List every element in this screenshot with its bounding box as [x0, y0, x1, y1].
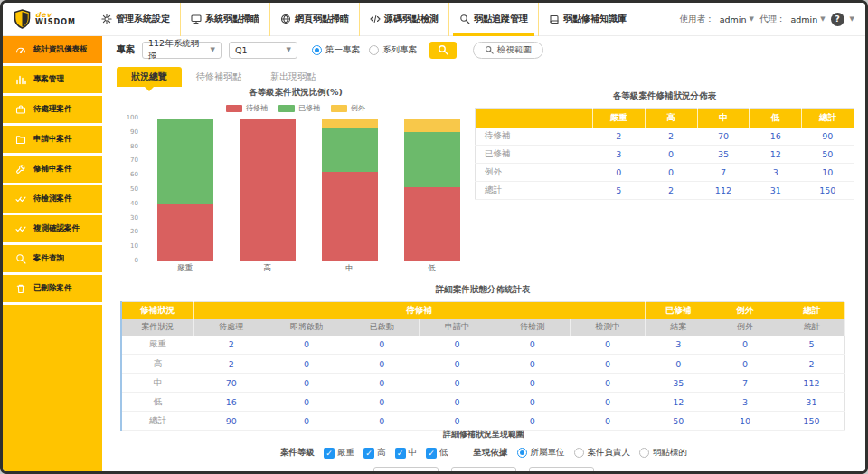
chevron-down-icon[interactable]: ▼ [850, 15, 854, 23]
detail-table: 修補狀況待修補已修補例外總計案件狀況待處理即將啟動已啟動申請中待檢測檢測中結案例… [120, 301, 845, 431]
bar-segment-已修補[interactable] [157, 118, 213, 204]
nav-item[interactable]: 弱點追蹤管理 [448, 3, 538, 36]
tab-active[interactable]: 狀況總覽 [117, 67, 182, 87]
bar-segment-已修補[interactable] [322, 128, 378, 172]
sidebar-item[interactable]: 專案管理 [3, 66, 102, 96]
sidebar-item[interactable]: 申請中案件 [3, 126, 102, 156]
footer-select-3[interactable] [529, 467, 594, 471]
help-button[interactable]: ? [831, 13, 844, 26]
summary-col-header: 高 [645, 109, 697, 128]
scope-button[interactable]: 檢視範圍 [473, 42, 543, 59]
sidebar-item-label: 案件查詢 [33, 253, 64, 264]
detail-group-header: 已修補 [646, 302, 712, 319]
nav-item[interactable]: 源碼弱點檢測 [359, 3, 448, 36]
bar-segment-待修補[interactable] [157, 204, 213, 261]
sidebar-item[interactable]: 修補中案件 [3, 156, 102, 185]
cell-value: 2 [778, 355, 845, 374]
main-content: 專案 112年系統弱掃 ▼ Q1 ▼ 第一專案系列專案 檢視範圍 [102, 36, 865, 471]
agent-dropdown[interactable]: admin ▼ [790, 14, 825, 24]
cell-value: 0 [344, 374, 420, 393]
basis-radio[interactable]: 案件負責人 [574, 447, 631, 459]
chart-legend: 待修補已修補例外 [118, 103, 473, 113]
cell-value: 3 [592, 146, 645, 164]
nav-item-label: 管理系統設定 [116, 13, 170, 25]
shield-logo-icon [14, 9, 31, 29]
tab-item[interactable]: 新出現弱點 [256, 67, 330, 87]
level-label: 案件等級 [280, 447, 315, 459]
detail-sub-header: 案件狀況 [121, 319, 193, 336]
sidebar-item[interactable]: 案件查詢 [3, 245, 102, 275]
chart-title: 各等級案件狀況比例(%) [118, 87, 473, 99]
checkbox-label: 中 [409, 447, 418, 459]
sidebar-item[interactable]: 複測確認案件 [3, 215, 102, 245]
cell-value: 90 [802, 128, 854, 146]
book-icon [549, 14, 560, 24]
table-row: 中7000000357112 [121, 374, 845, 393]
tab-item[interactable]: 待修補弱點 [182, 67, 256, 87]
search-button[interactable] [429, 42, 457, 59]
cell-value: 3 [712, 393, 778, 412]
bar-chart-icon [15, 74, 26, 85]
nav-item-label: 系統弱點掃瞄 [205, 13, 259, 25]
level-checkbox[interactable]: ✓低 [426, 447, 448, 459]
cell-value: 0 [420, 412, 495, 431]
cell-value: 0 [712, 336, 778, 355]
table-row: 總計90000005010150 [121, 412, 845, 431]
cell-value: 112 [697, 182, 750, 200]
bar-segment-例外[interactable] [404, 118, 460, 132]
cell-value: 5 [592, 182, 645, 200]
cell-value: 0 [420, 374, 495, 393]
cell-value: 16 [750, 128, 802, 146]
y-axis-tick: 10 [118, 242, 138, 250]
checkbox-label: 嚴重 [337, 447, 354, 459]
bar-segment-例外[interactable] [322, 118, 378, 128]
level-checkbox[interactable]: ✓中 [395, 447, 418, 459]
cell-value: 0 [645, 146, 697, 164]
nav-item[interactable]: 網頁弱點掃瞄 [269, 3, 359, 36]
cell-value: 5 [778, 336, 845, 355]
sidebar-item[interactable]: 待處理案件 [3, 96, 102, 126]
summary-col-header: 低 [750, 109, 802, 128]
cell-value: 0 [570, 374, 645, 393]
bar-segment-待修補[interactable] [404, 187, 460, 261]
cell-value: 10 [802, 164, 854, 182]
table-row: 待修補22701690 [476, 128, 854, 146]
checkbox-label: 低 [439, 447, 448, 459]
detail-table-title: 詳細案件狀態分佈統計表 [120, 284, 845, 296]
bar-segment-已修補[interactable] [404, 132, 460, 187]
checkbox-icon: ✓ [395, 448, 406, 459]
table-row: 已修補30351250 [476, 146, 854, 164]
cell-value: 0 [269, 412, 344, 431]
cell-value: 12 [750, 146, 802, 164]
nav-item[interactable]: 管理系統設定 [91, 3, 180, 36]
detail-group-header: 例外 [712, 302, 778, 319]
chevron-down-icon: ▼ [820, 15, 825, 23]
nav-item[interactable]: 弱點修補知識庫 [538, 3, 637, 36]
legend-label: 已修補 [298, 103, 320, 113]
sidebar-item[interactable]: 待檢測案件 [3, 185, 102, 215]
project-type-radio[interactable]: 系列專案 [369, 44, 417, 56]
sidebar-item[interactable]: 已刪除案件 [3, 275, 102, 305]
bar-segment-待修補[interactable] [322, 172, 378, 261]
cell-value: 0 [420, 393, 495, 412]
nav-item[interactable]: 系統弱點掃瞄 [180, 3, 269, 36]
project-type-radio[interactable]: 第一專案 [312, 44, 360, 56]
footer-select-2[interactable] [451, 467, 516, 471]
bar-高: 高 [240, 118, 296, 261]
level-checkbox[interactable]: ✓嚴重 [324, 447, 354, 459]
sidebar: 統計資訊儀表板專案管理待處理案件申請中案件修補中案件待檢測案件複測確認案件案件查… [3, 36, 102, 471]
sidebar-item[interactable]: 統計資訊儀表板 [3, 36, 102, 66]
basis-radio[interactable]: 所屬單位 [517, 447, 565, 459]
legend-item: 待修補 [226, 103, 268, 113]
cell-value: 0 [269, 336, 344, 355]
basis-radio[interactable]: 弱點標的 [639, 447, 687, 459]
quarter-select[interactable]: Q1 ▼ [229, 42, 297, 59]
y-axis-tick: 0 [118, 257, 138, 264]
cell-value: 0 [570, 393, 645, 412]
user-dropdown[interactable]: admin ▼ [720, 14, 754, 24]
footer-select-1[interactable] [373, 467, 439, 471]
project-select[interactable]: 112年系統弱掃 ▼ [142, 42, 222, 59]
bar-segment-待修補[interactable] [240, 118, 296, 261]
level-checkbox[interactable]: ✓高 [363, 447, 386, 459]
search-icon [485, 45, 494, 54]
